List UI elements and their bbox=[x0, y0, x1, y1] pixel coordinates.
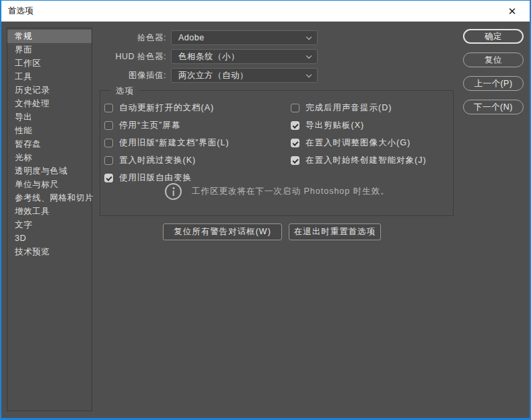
checkbox-legacy-new-doc[interactable]: 使用旧版“新建文档”界面(L) bbox=[104, 137, 229, 148]
hud-color-picker-value: 色相条纹（小） bbox=[178, 51, 240, 63]
color-picker-value: Adobe bbox=[178, 33, 205, 42]
checkbox-label: 自动更新打开的文档(A) bbox=[119, 102, 214, 114]
checkbox-label: 置入时跳过变换(K) bbox=[119, 155, 196, 166]
sidebar-item-type[interactable]: 文字 bbox=[7, 218, 92, 232]
sidebar-item-technology-previews[interactable]: 技术预览 bbox=[7, 245, 92, 258]
checkbox-icon[interactable] bbox=[104, 121, 113, 130]
image-interpolation-label: 图像插值: bbox=[69, 70, 166, 81]
dialog-title: 首选项 bbox=[8, 5, 34, 17]
options-group: 选项 自动更新打开的文档(A) 停用“主页”屏幕 使用旧版“新建文档”界面(L)… bbox=[100, 90, 454, 216]
checkbox-auto-update-docs[interactable]: 自动更新打开的文档(A) bbox=[104, 102, 214, 113]
note-text: 工作区更改将在下一次启动 Photoshop 时生效。 bbox=[192, 186, 390, 197]
checkbox-label: 在置入时调整图像大小(G) bbox=[306, 137, 411, 149]
sidebar-item-export[interactable]: 导出 bbox=[7, 110, 92, 124]
sidebar-item-cursors[interactable]: 光标 bbox=[7, 151, 92, 164]
color-picker-select[interactable]: Adobe bbox=[171, 30, 318, 45]
close-icon[interactable]: ✕ bbox=[499, 1, 526, 22]
previous-button[interactable]: 上一个(P) bbox=[463, 76, 524, 91]
image-interpolation-row: 图像插值: 两次立方（自动） bbox=[69, 68, 318, 83]
checkbox-skip-transform-on-place[interactable]: 置入时跳过变换(K) bbox=[104, 155, 196, 166]
image-interpolation-value: 两次立方（自动） bbox=[178, 70, 248, 81]
checkbox-icon[interactable] bbox=[291, 156, 299, 165]
checkbox-export-clipboard[interactable]: 导出剪贴板(X) bbox=[291, 120, 364, 131]
image-interpolation-select[interactable]: 两次立方（自动） bbox=[171, 68, 318, 83]
checkbox-icon[interactable] bbox=[104, 139, 113, 147]
options-group-title: 选项 bbox=[110, 85, 139, 97]
checkbox-disable-home-screen[interactable]: 停用“主页”屏幕 bbox=[104, 120, 180, 131]
preferences-sidebar: 常规 界面 工作区 工具 历史记录 文件处理 导出 性能 暂存盘 光标 透明度与… bbox=[7, 28, 92, 411]
checkbox-beep-when-done[interactable]: 完成后用声音提示(D) bbox=[291, 102, 392, 113]
hud-color-picker-row: HUD 拾色器: 色相条纹（小） bbox=[69, 49, 318, 64]
checkbox-icon[interactable] bbox=[104, 104, 113, 112]
checkbox-label: 在置入时始终创建智能对象(J) bbox=[306, 155, 427, 166]
checkbox-label: 使用旧版“新建文档”界面(L) bbox=[119, 137, 229, 149]
checkbox-icon[interactable] bbox=[291, 139, 299, 147]
chevron-down-icon bbox=[306, 53, 312, 59]
color-picker-label: 拾色器: bbox=[69, 32, 166, 44]
hud-color-picker-label: HUD 拾色器: bbox=[69, 51, 166, 63]
checkbox-label: 停用“主页”屏幕 bbox=[119, 120, 180, 131]
reset-preferences-on-quit-button[interactable]: 在退出时重置首选项 bbox=[289, 223, 381, 240]
checkbox-resize-image-on-place[interactable]: 在置入时调整图像大小(G) bbox=[291, 137, 411, 148]
sidebar-item-units-rulers[interactable]: 单位与标尺 bbox=[7, 178, 92, 191]
sidebar-item-scratch-disks[interactable]: 暂存盘 bbox=[7, 137, 92, 151]
chevron-down-icon bbox=[306, 72, 312, 77]
titlebar: 首选项 ✕ bbox=[1, 1, 530, 22]
ok-button[interactable]: 确定 bbox=[463, 29, 524, 44]
next-button[interactable]: 下一个(N) bbox=[463, 100, 524, 114]
reset-button[interactable]: 复位 bbox=[463, 53, 524, 67]
checkbox-legacy-free-transform[interactable]: 使用旧版自由变换 bbox=[104, 172, 192, 183]
checkbox-label: 使用旧版自由变换 bbox=[119, 172, 192, 184]
sidebar-item-transparency-gamut[interactable]: 透明度与色域 bbox=[7, 164, 92, 178]
checkbox-icon[interactable] bbox=[291, 121, 299, 130]
preferences-dialog: 首选项 ✕ 常规 界面 工作区 工具 历史记录 文件处理 导出 性能 暂存盘 光… bbox=[0, 0, 531, 420]
checkbox-icon[interactable] bbox=[291, 104, 299, 112]
sidebar-item-plugins[interactable]: 增效工具 bbox=[7, 205, 92, 218]
checkbox-label: 导出剪贴板(X) bbox=[306, 120, 364, 131]
checkbox-icon[interactable] bbox=[104, 156, 113, 165]
info-icon bbox=[165, 183, 182, 200]
checkbox-always-create-smart-objects[interactable]: 在置入时始终创建智能对象(J) bbox=[291, 155, 427, 166]
checkbox-icon[interactable] bbox=[104, 174, 113, 182]
sidebar-item-guides-grid-slices[interactable]: 参考线、网格和切片 bbox=[7, 191, 92, 205]
chevron-down-icon bbox=[306, 34, 312, 40]
reset-warning-dialogs-button[interactable]: 复位所有警告对话框(W) bbox=[163, 223, 282, 240]
hud-color-picker-select[interactable]: 色相条纹（小） bbox=[171, 49, 318, 64]
sidebar-item-file-handling[interactable]: 文件处理 bbox=[7, 97, 92, 110]
sidebar-item-history-log[interactable]: 历史记录 bbox=[7, 83, 92, 97]
sidebar-item-performance[interactable]: 性能 bbox=[7, 124, 92, 137]
color-picker-row: 拾色器: Adobe bbox=[69, 30, 318, 45]
checkbox-label: 完成后用声音提示(D) bbox=[306, 102, 392, 114]
workspace-note: 工作区更改将在下一次启动 Photoshop 时生效。 bbox=[165, 183, 390, 200]
sidebar-item-3d[interactable]: 3D bbox=[7, 232, 92, 245]
